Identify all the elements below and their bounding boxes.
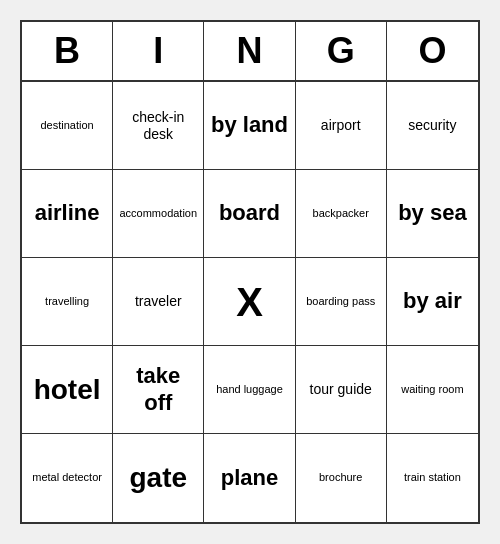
bingo-cell: airport [296, 82, 387, 170]
cell-label: by sea [398, 200, 467, 226]
cell-label: metal detector [32, 471, 102, 484]
bingo-cell: by land [204, 82, 295, 170]
bingo-cell: boarding pass [296, 258, 387, 346]
cell-label: backpacker [313, 207, 369, 220]
cell-label: take off [119, 363, 197, 416]
cell-label: airline [35, 200, 100, 226]
cell-label: tour guide [310, 381, 372, 398]
cell-label: gate [130, 461, 188, 495]
cell-label: waiting room [401, 383, 463, 396]
cell-label: by air [403, 288, 462, 314]
bingo-cell: metal detector [22, 434, 113, 522]
cell-label: train station [404, 471, 461, 484]
bingo-header-letter: N [204, 22, 295, 80]
bingo-cell: destination [22, 82, 113, 170]
cell-label: travelling [45, 295, 89, 308]
cell-label: X [236, 278, 263, 326]
cell-label: accommodation [119, 207, 197, 220]
bingo-card: BINGO destinationcheck-in deskby landair… [20, 20, 480, 524]
bingo-cell: by sea [387, 170, 478, 258]
bingo-cell: plane [204, 434, 295, 522]
bingo-cell: backpacker [296, 170, 387, 258]
cell-label: hand luggage [216, 383, 283, 396]
bingo-header-letter: G [296, 22, 387, 80]
bingo-cell: by air [387, 258, 478, 346]
bingo-header-letter: O [387, 22, 478, 80]
bingo-cell: airline [22, 170, 113, 258]
bingo-cell: hotel [22, 346, 113, 434]
bingo-cell: traveler [113, 258, 204, 346]
bingo-grid: destinationcheck-in deskby landairportse… [22, 82, 478, 522]
bingo-header-letter: B [22, 22, 113, 80]
bingo-cell: X [204, 258, 295, 346]
bingo-header: BINGO [22, 22, 478, 82]
bingo-cell: waiting room [387, 346, 478, 434]
cell-label: destination [40, 119, 93, 132]
bingo-cell: check-in desk [113, 82, 204, 170]
cell-label: boarding pass [306, 295, 375, 308]
cell-label: security [408, 117, 456, 134]
bingo-cell: travelling [22, 258, 113, 346]
bingo-cell: gate [113, 434, 204, 522]
cell-label: plane [221, 465, 278, 491]
cell-label: board [219, 200, 280, 226]
cell-label: hotel [34, 373, 101, 407]
cell-label: traveler [135, 293, 182, 310]
cell-label: airport [321, 117, 361, 134]
bingo-cell: tour guide [296, 346, 387, 434]
cell-label: by land [211, 112, 288, 138]
bingo-cell: brochure [296, 434, 387, 522]
bingo-cell: train station [387, 434, 478, 522]
cell-label: check-in desk [119, 109, 197, 143]
cell-label: brochure [319, 471, 362, 484]
bingo-cell: security [387, 82, 478, 170]
bingo-header-letter: I [113, 22, 204, 80]
bingo-cell: board [204, 170, 295, 258]
bingo-cell: take off [113, 346, 204, 434]
bingo-cell: hand luggage [204, 346, 295, 434]
bingo-cell: accommodation [113, 170, 204, 258]
